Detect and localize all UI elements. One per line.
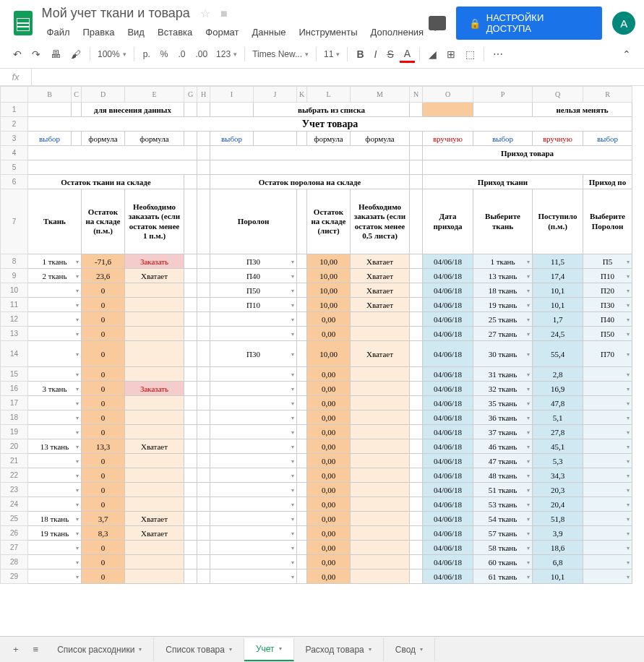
foam-cell[interactable] (210, 483, 297, 497)
select-fabric-cell[interactable]: 47 ткань (473, 454, 533, 468)
fabric-cell[interactable] (28, 541, 82, 555)
share-button[interactable]: 🔒 НАСТРОЙКИ ДОСТУПА (456, 7, 603, 40)
col-header[interactable]: B (28, 87, 72, 103)
fill-color-button[interactable]: ◢ (424, 45, 441, 64)
select-fabric-cell[interactable]: 58 ткань (473, 541, 533, 555)
stock-cell[interactable]: 13,3 (82, 439, 125, 454)
fabric-cell[interactable] (28, 283, 82, 298)
stock-cell[interactable]: 23,6 (82, 269, 125, 283)
foam-stock-cell[interactable]: 0,00 (307, 439, 351, 454)
select-fabric-cell[interactable]: 57 ткань (473, 526, 533, 541)
stock-cell[interactable]: 0 (82, 382, 125, 396)
foam-cell[interactable]: П10 (210, 298, 297, 312)
fabric-cell[interactable]: 19 ткань (28, 526, 82, 541)
foam-stock-cell[interactable]: 0,00 (307, 410, 351, 425)
zoom-select[interactable]: 100% (95, 47, 129, 61)
select-fabric-cell[interactable]: 1 ткань (473, 254, 533, 269)
fabric-cell[interactable] (28, 555, 82, 569)
stock-cell[interactable]: 8,3 (82, 526, 125, 541)
select-foam-cell[interactable] (583, 569, 632, 584)
foam-cell[interactable]: П50 (210, 283, 297, 298)
menu-Вид[interactable]: Вид (122, 24, 150, 40)
col-header[interactable]: M (351, 87, 410, 103)
date-cell[interactable]: 04/06/18 (423, 269, 473, 283)
foam-stock-cell[interactable]: 0,00 (307, 497, 351, 512)
col-header[interactable]: R (583, 87, 632, 103)
select-foam-cell[interactable] (583, 396, 632, 410)
received-cell[interactable]: 34,3 (533, 468, 583, 483)
received-cell[interactable]: 6,8 (533, 555, 583, 569)
sheet-tab[interactable]: Расход товара (294, 638, 384, 661)
received-cell[interactable]: 51,8 (533, 512, 583, 526)
foam-cell[interactable] (210, 410, 297, 425)
foam-cell[interactable] (210, 497, 297, 512)
menu-Данные[interactable]: Данные (246, 24, 291, 40)
foam-stock-cell[interactable]: 0,00 (307, 454, 351, 468)
col-header[interactable]: C (72, 87, 82, 103)
received-cell[interactable]: 45,1 (533, 439, 583, 454)
received-cell[interactable]: 17,4 (533, 269, 583, 283)
text-color-button[interactable]: A (400, 46, 415, 63)
foam-stock-cell[interactable]: 0,00 (307, 367, 351, 382)
foam-cell[interactable] (210, 468, 297, 483)
foam-cell[interactable] (210, 526, 297, 541)
avatar[interactable]: A (612, 12, 635, 35)
select-foam-cell[interactable] (583, 410, 632, 425)
select-foam-cell[interactable] (583, 382, 632, 396)
select-foam-cell[interactable] (583, 512, 632, 526)
star-icon[interactable]: ☆ (200, 7, 210, 20)
select-foam-cell[interactable]: П40 (583, 312, 632, 327)
menu-Формат[interactable]: Формат (200, 24, 244, 40)
foam-stock-cell[interactable]: 10,00 (307, 298, 351, 312)
foam-stock-cell[interactable]: 10,00 (307, 283, 351, 298)
fabric-cell[interactable] (28, 425, 82, 439)
sheet-tab[interactable]: Список товара (154, 638, 244, 661)
menu-Вставка[interactable]: Вставка (153, 24, 197, 40)
received-cell[interactable]: 20,4 (533, 497, 583, 512)
select-foam-cell[interactable] (583, 497, 632, 512)
received-cell[interactable]: 10,1 (533, 569, 583, 584)
foam-cell[interactable] (210, 382, 297, 396)
spreadsheet-grid[interactable]: BCDEGHIJKLMNOPQR1 для внесения данных вы… (0, 86, 644, 654)
stock-cell[interactable]: 3,7 (82, 512, 125, 526)
stock-cell[interactable]: 0 (82, 327, 125, 341)
col-header[interactable] (1, 87, 28, 103)
select-foam-cell[interactable] (583, 468, 632, 483)
received-cell[interactable]: 3,9 (533, 526, 583, 541)
select-fabric-cell[interactable]: 51 ткань (473, 483, 533, 497)
date-cell[interactable]: 04/06/18 (423, 512, 473, 526)
dec-increase-button[interactable]: .00 (191, 46, 212, 62)
foam-cell[interactable] (210, 569, 297, 584)
select-fabric-cell[interactable]: 27 ткань (473, 327, 533, 341)
stock-cell[interactable]: 0 (82, 396, 125, 410)
fabric-cell[interactable]: 18 ткань (28, 512, 82, 526)
date-cell[interactable]: 04/06/18 (423, 439, 473, 454)
stock-cell[interactable]: 0 (82, 312, 125, 327)
select-foam-cell[interactable] (583, 367, 632, 382)
received-cell[interactable]: 5,3 (533, 454, 583, 468)
date-cell[interactable]: 04/06/18 (423, 283, 473, 298)
date-cell[interactable]: 04/06/18 (423, 425, 473, 439)
sheets-logo[interactable] (9, 9, 38, 38)
col-header[interactable]: G (184, 87, 197, 103)
foam-stock-cell[interactable]: 0,00 (307, 569, 351, 584)
stock-cell[interactable]: 0 (82, 454, 125, 468)
foam-cell[interactable] (210, 541, 297, 555)
merge-button[interactable]: ⬚ (461, 45, 479, 64)
menu-Файл[interactable]: Файл (42, 24, 75, 40)
date-cell[interactable]: 04/06/18 (423, 483, 473, 497)
collapse-toolbar-icon[interactable]: ⌃ (618, 45, 635, 64)
stock-cell[interactable]: 0 (82, 341, 125, 367)
select-foam-cell[interactable]: П50 (583, 327, 632, 341)
col-header[interactable]: O (423, 87, 473, 103)
fabric-cell[interactable] (28, 298, 82, 312)
select-foam-cell[interactable]: П10 (583, 269, 632, 283)
foam-cell[interactable]: П30 (210, 254, 297, 269)
sheet-tab[interactable]: Учет (244, 638, 294, 661)
select-fabric-cell[interactable]: 19 ткань (473, 298, 533, 312)
select-fabric-cell[interactable]: 25 ткань (473, 312, 533, 327)
print-icon[interactable]: 🖶 (46, 45, 65, 64)
italic-button[interactable]: I (370, 45, 382, 64)
select-fabric-cell[interactable]: 30 ткань (473, 341, 533, 367)
sheet-tab[interactable]: Свод (384, 638, 435, 661)
